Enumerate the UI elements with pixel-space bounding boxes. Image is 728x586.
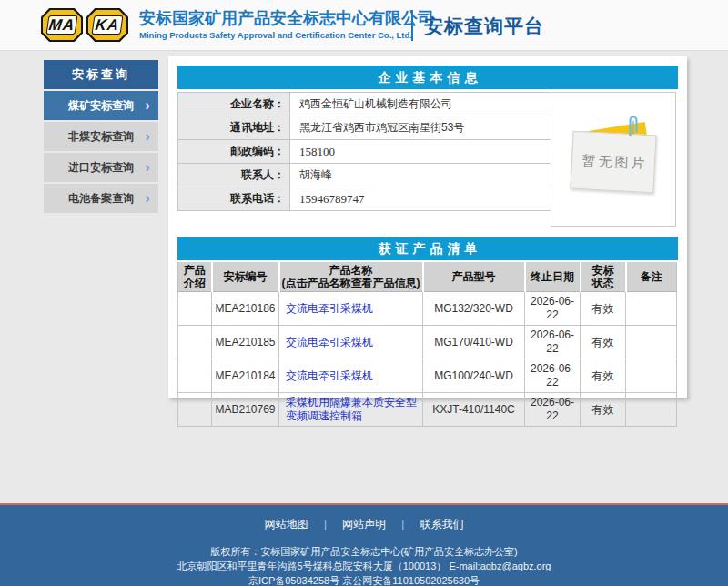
sidebar-item-label: 非煤安标查询 bbox=[68, 129, 134, 145]
col-end-date: 终止日期 bbox=[525, 262, 581, 292]
info-value: 15946789747 bbox=[290, 187, 556, 210]
col-label: (点击产品名称查看产品信息) bbox=[281, 277, 421, 289]
header-divider bbox=[411, 10, 413, 41]
col-mark-number: 安标编号 bbox=[212, 262, 279, 292]
col-label: 安标编号 bbox=[214, 270, 278, 283]
sidebar-item-label: 进口安标查询 bbox=[68, 160, 134, 176]
section-header-products: 获证产品清单 bbox=[177, 237, 678, 260]
footer-link-separator: ｜ bbox=[320, 519, 330, 530]
col-product-intro: 产品 介绍 bbox=[178, 262, 212, 292]
cell-status: 有效 bbox=[581, 393, 626, 427]
product-name-link[interactable]: 采煤机用隔爆兼本质安全型变频调速控制箱 bbox=[286, 396, 417, 422]
platform-title: 安标查询平台 bbox=[424, 14, 544, 39]
chevron-right-icon: › bbox=[145, 128, 150, 144]
col-mark-status: 安标 状态 bbox=[581, 262, 626, 292]
info-value: 胡海峰 bbox=[290, 164, 556, 187]
cell-code: MAB210769 bbox=[212, 393, 279, 427]
cell-end-date: 2026-06-22 bbox=[525, 292, 581, 326]
col-product-name: 产品名称 (点击产品名称查看产品信息) bbox=[279, 262, 423, 292]
product-row: MEA210186 交流电牵引采煤机 MG132/320-WD 2026-06-… bbox=[178, 292, 677, 326]
cell-name: 采煤机用隔爆兼本质安全型变频调速控制箱 bbox=[279, 393, 423, 427]
info-row-contact-person: 联系人： 胡海峰 bbox=[177, 164, 556, 187]
product-name-link[interactable]: 交流电牵引采煤机 bbox=[286, 336, 373, 349]
cell-model: MG170/410-WD bbox=[423, 326, 525, 359]
product-name-link[interactable]: 交流电牵引采煤机 bbox=[286, 369, 373, 382]
chevron-right-icon: › bbox=[145, 97, 150, 113]
cell-remark bbox=[626, 326, 677, 359]
content-panel: 企业基本信息 企业名称： 鸡西金恒矿山机械制造有限公司 通讯地址： 黑龙江省鸡西… bbox=[168, 56, 687, 398]
sidebar-item-battery-query[interactable]: 电池备案查询 › bbox=[44, 184, 158, 213]
enterprise-info-table: 企业名称： 鸡西金恒矿山机械制造有限公司 通讯地址： 黑龙江省鸡西市鸡冠区南星街… bbox=[177, 92, 556, 211]
info-row-postcode: 邮政编码： 158100 bbox=[177, 140, 556, 164]
info-label: 企业名称： bbox=[177, 93, 290, 116]
org-name-en: Mining Products Safety Approval and Cert… bbox=[139, 30, 412, 40]
info-value: 158100 bbox=[290, 140, 556, 163]
info-row-company-name: 企业名称： 鸡西金恒矿山机械制造有限公司 bbox=[177, 93, 556, 116]
info-label: 邮政编码： bbox=[177, 140, 290, 163]
cell-end-date: 2026-06-22 bbox=[525, 393, 581, 427]
info-label: 联系人： bbox=[177, 164, 290, 187]
info-label: 通讯地址： bbox=[177, 116, 290, 139]
logo-ma-badge: MA bbox=[41, 8, 83, 42]
cell-model: KXJT-410/1140C bbox=[423, 393, 525, 427]
cell-status: 有效 bbox=[581, 292, 626, 326]
sidebar: 安标查询 煤矿安标查询 › 非煤安标查询 › 进口安标查询 › 电池备案查询 › bbox=[44, 60, 158, 213]
no-image-placeholder: 暂无图片 bbox=[551, 92, 676, 227]
product-name-link[interactable]: 交流电牵引采煤机 bbox=[286, 302, 373, 315]
sidebar-item-noncoal-query[interactable]: 非煤安标查询 › bbox=[44, 122, 158, 151]
footer-link-statement[interactable]: 网站声明 bbox=[342, 518, 386, 530]
sidebar-item-label: 电池备案查询 bbox=[68, 191, 134, 207]
cell-remark bbox=[626, 359, 677, 393]
footer-copyright-block: 版权所有：安标国家矿用产品安全标志中心(矿用产品安全标志办公室) 北京朝阳区和平… bbox=[0, 544, 728, 586]
footer: 网站地图 ｜ 网站声明 ｜ 联系我们 版权所有：安标国家矿用产品安全标志中心(矿… bbox=[0, 505, 728, 586]
cell-name: 交流电牵引采煤机 bbox=[279, 326, 423, 359]
cell-code: MEA210186 bbox=[212, 292, 279, 326]
logo-ka-badge: KA bbox=[86, 8, 128, 42]
logo-ka-panel: KA bbox=[92, 15, 124, 35]
logo-ka-text: KA bbox=[94, 16, 120, 35]
col-label: 产品型号 bbox=[425, 270, 523, 283]
footer-link-sitemap[interactable]: 网站地图 bbox=[265, 518, 308, 530]
cell-status: 有效 bbox=[581, 359, 626, 393]
maka-logo[interactable]: MA KA bbox=[41, 8, 128, 42]
products-table: 产品 介绍 安标编号 产品名称 (点击产品名称查看产品信息) 产品型号 bbox=[177, 262, 677, 427]
col-product-model: 产品型号 bbox=[423, 262, 525, 292]
cell-remark bbox=[626, 393, 677, 427]
sidebar-item-import-query[interactable]: 进口安标查询 › bbox=[44, 153, 158, 182]
placeholder-gray-card: 暂无图片 bbox=[570, 131, 656, 194]
copyright-line: 版权所有：安标国家矿用产品安全标志中心(矿用产品安全标志办公室) bbox=[0, 544, 728, 559]
info-label: 联系电话： bbox=[177, 187, 290, 210]
info-row-phone: 联系电话： 15946789747 bbox=[177, 187, 556, 211]
product-row: MEA210185 交流电牵引采煤机 MG170/410-WD 2026-06-… bbox=[178, 326, 677, 359]
cell-model: MG100/240-WD bbox=[423, 359, 525, 393]
cell-name: 交流电牵引采煤机 bbox=[279, 292, 423, 326]
cell-remark bbox=[626, 292, 677, 326]
footer-link-separator: ｜ bbox=[398, 519, 408, 530]
col-label: 状态 bbox=[582, 277, 624, 289]
no-image-text: 暂无图片 bbox=[579, 152, 648, 173]
cell-code: MEA210184 bbox=[212, 359, 279, 393]
section-header-enterprise: 企业基本信息 bbox=[177, 66, 678, 89]
sidebar-item-coal-query[interactable]: 煤矿安标查询 › bbox=[44, 91, 158, 120]
products-header-row: 产品 介绍 安标编号 产品名称 (点击产品名称查看产品信息) 产品型号 bbox=[178, 262, 677, 292]
info-value: 鸡西金恒矿山机械制造有限公司 bbox=[290, 93, 556, 116]
col-label: 安标 bbox=[582, 264, 624, 277]
cell-name: 交流电牵引采煤机 bbox=[279, 359, 423, 393]
col-remark: 备注 bbox=[626, 262, 677, 292]
footer-links: 网站地图 ｜ 网站声明 ｜ 联系我们 bbox=[0, 505, 728, 532]
cell-model: MG132/320-WD bbox=[423, 292, 525, 326]
app-header: MA KA 安标国家矿用产品安全标志中心有限公司 Mining Products… bbox=[0, 0, 728, 51]
footer-link-contact[interactable]: 联系我们 bbox=[420, 518, 463, 530]
col-label: 产品 bbox=[179, 264, 210, 277]
sidebar-item-label: 煤矿安标查询 bbox=[68, 98, 134, 114]
address-line: 北京朝阳区和平里青年沟路5号煤科总院安科大厦（100013） E-mail:aq… bbox=[0, 559, 728, 573]
chevron-right-icon: › bbox=[145, 159, 150, 175]
col-label: 产品名称 bbox=[281, 264, 421, 277]
icp-line: 京ICP备05034258号 京公网安备11010502025630号 bbox=[0, 573, 728, 586]
cell-end-date: 2026-06-22 bbox=[525, 326, 581, 359]
sidebar-title: 安标查询 bbox=[44, 60, 158, 89]
col-label: 备注 bbox=[628, 270, 676, 283]
info-row-address: 通讯地址： 黑龙江省鸡西市鸡冠区南星街53号 bbox=[177, 116, 556, 140]
col-label: 终止日期 bbox=[527, 270, 579, 283]
chevron-right-icon: › bbox=[145, 190, 150, 206]
